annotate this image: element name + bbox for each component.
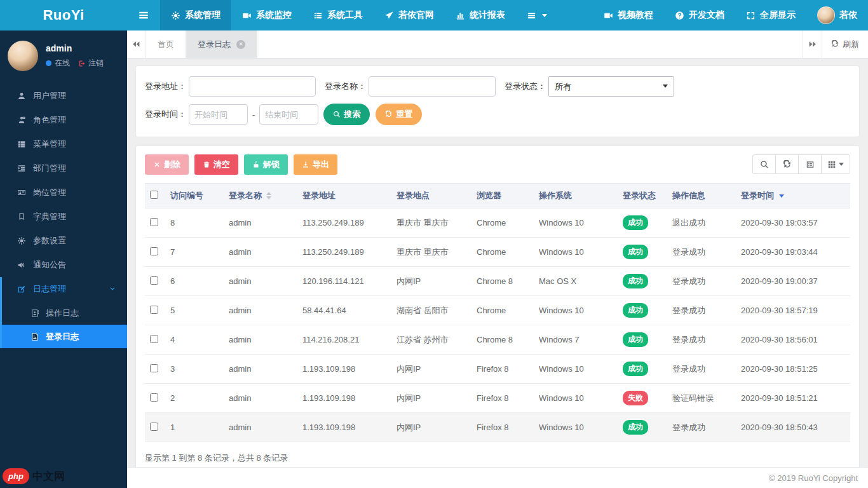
sidebar-item-user-management[interactable]: 用户管理 (0, 84, 127, 108)
table-row: 7 admin 113.250.249.189 重庆市 重庆市 Chrome W… (145, 238, 850, 267)
login-addr-input[interactable] (189, 76, 316, 97)
table-row: 3 admin 1.193.109.198 内网IP Firefox 8 Win… (145, 355, 850, 384)
column-header[interactable]: 登录名称 (224, 184, 297, 208)
cell-browser: Firefox 8 (471, 413, 534, 442)
show-search-button[interactable] (752, 154, 776, 174)
sidebar-item-notice[interactable]: 通知公告 (0, 253, 127, 277)
table-header-row: 访问编号登录名称登录地址登录地点浏览器操作系统登录状态操作信息登录时间 (145, 184, 850, 208)
column-header[interactable]: 登录地址 (297, 184, 391, 208)
status-badge: 成功 (623, 274, 648, 288)
cell-login-time: 2020-09-30 19:00:37 (736, 267, 850, 296)
tabs-scroll-right-button[interactable] (803, 30, 822, 58)
sidebar-toggle-button[interactable] (127, 0, 160, 30)
select-all-checkbox[interactable] (150, 191, 158, 199)
cell-login-name: admin (224, 267, 297, 296)
logout-link[interactable]: 注销 (78, 58, 104, 69)
sidebar-item-post-management[interactable]: 岗位管理 (0, 180, 127, 205)
login-time-label: 登录时间： (145, 109, 186, 120)
row-checkbox[interactable] (150, 393, 158, 402)
columns-button[interactable] (821, 154, 850, 174)
topnav-item-dev-docs[interactable]: 开发文档 (664, 0, 735, 30)
login-status-select[interactable]: 所有 (548, 76, 674, 97)
tabs-scroll-left-button[interactable] (127, 30, 146, 58)
sidebar-item-param-settings[interactable]: 参数设置 (0, 229, 127, 253)
sidebar-item-menu-management[interactable]: 菜单管理 (0, 132, 127, 156)
sort-icons[interactable] (266, 192, 271, 200)
end-time-input[interactable] (259, 104, 318, 125)
toggle-view-button[interactable] (798, 154, 822, 174)
cell-login-address: 1.193.109.198 (297, 384, 391, 413)
cell-os: Windows 10 (534, 355, 618, 384)
column-header[interactable]: 登录地点 (391, 184, 471, 208)
topnav-item-more-menu[interactable] (516, 0, 558, 30)
topnav-item-statistics-report[interactable]: 统计报表 (445, 0, 516, 30)
cell-os: Windows 10 (534, 296, 618, 325)
sidebar-item-role-management[interactable]: 角色管理 (0, 108, 127, 132)
sidebar-item-login-log[interactable]: 登录日志 (2, 325, 127, 348)
row-checkbox[interactable] (150, 218, 158, 226)
topnav-item-system-tools[interactable]: 系统工具 (302, 0, 374, 30)
nav-icon (675, 11, 684, 20)
column-header[interactable]: 操作信息 (667, 184, 736, 208)
row-checkbox[interactable] (150, 276, 158, 285)
login-name-input[interactable] (369, 76, 496, 97)
row-checkbox[interactable] (150, 423, 158, 431)
table-row: 5 admin 58.44.41.64 湖南省 岳阳市 Chrome Windo… (145, 296, 850, 325)
column-header[interactable]: 登录状态 (618, 184, 667, 208)
login-addr-label: 登录地址： (145, 81, 186, 92)
topnav-item-system-management[interactable]: 系统管理 (160, 0, 231, 30)
cell-message: 验证码错误 (667, 384, 736, 413)
column-header[interactable]: 登录时间 (736, 184, 850, 208)
nav-icon (527, 11, 536, 20)
download-icon (302, 161, 309, 168)
reset-button[interactable]: 重置 (376, 104, 422, 125)
export-button[interactable]: 导出 (294, 154, 337, 175)
page-footer: © 2019 RuoYi Copyright (127, 467, 868, 488)
sidebar-item-dept-management[interactable]: 部门管理 (0, 156, 127, 180)
sort-desc-icon[interactable] (779, 194, 784, 198)
row-checkbox[interactable] (150, 247, 158, 255)
nav-icon (384, 11, 394, 20)
user-avatar[interactable] (8, 41, 38, 71)
sidebar-item-operation-log[interactable]: 操作日志 (2, 301, 127, 325)
menu-icon (17, 236, 26, 245)
status-badge: 成功 (623, 332, 648, 347)
topnav-item-fullscreen[interactable]: 全屏显示 (735, 0, 806, 30)
cell-info-id: 7 (165, 238, 224, 267)
tab-close-icon[interactable] (236, 40, 245, 49)
tab-login-log[interactable]: 登录日志 (186, 30, 257, 58)
topnav-right-items: 视频教程 开发文档 全屏显示 若依 (593, 0, 868, 30)
menu-icon (17, 212, 26, 221)
topnav-item-system-monitor[interactable]: 系统监控 (231, 0, 302, 30)
cell-login-location: 重庆市 重庆市 (391, 238, 471, 267)
cell-message: 退出成功 (667, 208, 736, 238)
column-header[interactable]: 浏览器 (471, 184, 534, 208)
cell-info-id: 1 (165, 413, 224, 442)
nav-icon (242, 11, 252, 20)
cell-browser: Firefox 8 (471, 355, 534, 384)
topnav-item-profile[interactable]: 若依 (806, 0, 868, 30)
topnav-item-video-tutorial[interactable]: 视频教程 (593, 0, 664, 30)
menu-icon (17, 92, 26, 100)
status-badge: 成功 (623, 303, 648, 318)
row-checkbox[interactable] (150, 364, 158, 372)
nav-icon (746, 11, 756, 20)
column-header[interactable]: 操作系统 (534, 184, 618, 208)
sidebar-item-dict-management[interactable]: 字典管理 (0, 205, 127, 229)
delete-button[interactable]: 删除 (145, 154, 189, 175)
tab-home[interactable]: 首页 (146, 30, 186, 58)
sidebar-item-log-management[interactable]: 日志管理 (2, 277, 127, 301)
cell-login-location: 湖南省 岳阳市 (391, 296, 471, 325)
search-button[interactable]: 搜索 (323, 104, 370, 125)
clean-button[interactable]: 清空 (194, 154, 238, 175)
column-header[interactable]: 访问编号 (165, 184, 224, 208)
unlock-button[interactable]: 解锁 (244, 154, 288, 175)
topnav-item-ruoyi-website[interactable]: 若依官网 (374, 0, 445, 30)
topnav-items: 系统管理 系统监控 系统工具 若依官网 统计报表 (160, 0, 558, 30)
start-time-input[interactable] (189, 104, 248, 125)
php-logo: php (3, 468, 29, 484)
refresh-table-button[interactable] (775, 154, 799, 174)
row-checkbox[interactable] (150, 335, 158, 343)
row-checkbox[interactable] (150, 306, 158, 314)
refresh-tab-button[interactable]: 刷新 (822, 30, 868, 58)
